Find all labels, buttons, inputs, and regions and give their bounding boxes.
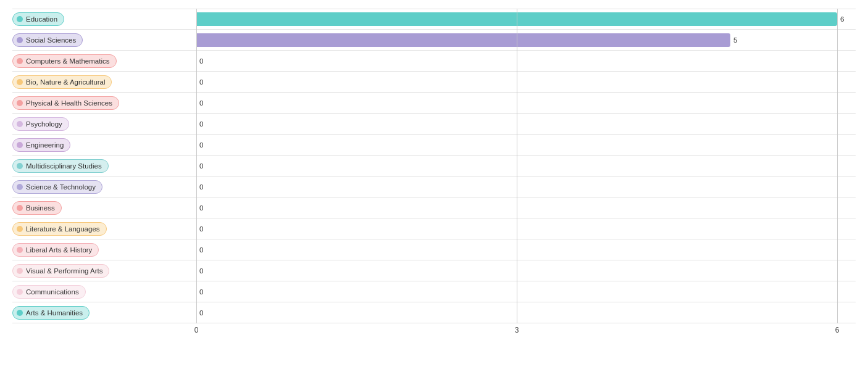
pill-dot xyxy=(17,247,23,253)
table-row: Education6 xyxy=(12,9,856,30)
pill-dot xyxy=(17,79,23,85)
bar-area: 0 xyxy=(196,156,856,176)
label-pill: Multidisciplinary Studies xyxy=(12,159,109,173)
pill-dot xyxy=(17,37,23,43)
pill-label: Business xyxy=(26,204,55,212)
table-row: Arts & Humanities0 xyxy=(12,302,856,323)
pill-label: Education xyxy=(26,15,57,23)
label-pill: Science & Technology xyxy=(12,180,102,194)
chart-area: Education6Social Sciences5Computers & Ma… xyxy=(12,9,856,345)
label-pill: Psychology xyxy=(12,117,69,131)
label-pill: Communications xyxy=(12,285,86,299)
label-pill: Engineering xyxy=(12,138,70,152)
bar-area: 0 xyxy=(196,260,856,281)
pill-label: Arts & Humanities xyxy=(26,309,83,317)
pill-label: Physical & Health Sciences xyxy=(26,99,112,107)
table-row: Science & Technology0 xyxy=(12,176,856,197)
label-pill: Bio, Nature & Agricultural xyxy=(12,75,112,89)
bar-value: 5 xyxy=(733,36,737,44)
pill-dot xyxy=(17,310,23,316)
pill-dot xyxy=(17,142,23,148)
grid-line xyxy=(196,9,197,323)
bar xyxy=(196,33,730,47)
table-row: Psychology0 xyxy=(12,114,856,135)
label-pill: Social Sciences xyxy=(12,33,83,47)
chart-container: Education6Social Sciences5Computers & Ma… xyxy=(0,0,868,390)
pill-label: Computers & Mathematics xyxy=(26,57,110,65)
bar-area: 0 xyxy=(196,239,856,260)
grid-line xyxy=(517,9,517,323)
x-axis-label: 6 xyxy=(835,326,840,334)
bar-value: 0 xyxy=(199,78,203,86)
label-pill: Business xyxy=(12,201,62,215)
pill-dot xyxy=(17,163,23,169)
bar-value: 0 xyxy=(199,204,203,212)
bar-value: 0 xyxy=(199,246,203,254)
bar-value: 0 xyxy=(199,267,203,275)
pill-label: Social Sciences xyxy=(26,36,76,44)
table-row: Visual & Performing Arts0 xyxy=(12,260,856,281)
pill-label: Communications xyxy=(26,288,79,296)
bar-value: 0 xyxy=(199,309,203,317)
bar-area: 0 xyxy=(196,218,856,239)
label-pill: Education xyxy=(12,12,64,26)
bar-value: 0 xyxy=(199,162,203,170)
bar-area: 0 xyxy=(196,93,856,113)
bar-value: 0 xyxy=(199,141,203,149)
table-row: Business0 xyxy=(12,197,856,218)
pill-dot xyxy=(17,16,23,22)
bar-value: 0 xyxy=(199,57,203,65)
label-pill: Computers & Mathematics xyxy=(12,54,117,68)
bar-area: 0 xyxy=(196,197,856,218)
table-row: Multidisciplinary Studies0 xyxy=(12,156,856,176)
bar-area: 0 xyxy=(196,281,856,302)
bar-area: 0 xyxy=(196,176,856,197)
table-row: Computers & Mathematics0 xyxy=(12,51,856,72)
pill-dot xyxy=(17,184,23,190)
x-axis-label: 3 xyxy=(515,326,519,334)
table-row: Engineering0 xyxy=(12,135,856,156)
pill-dot xyxy=(17,100,23,106)
table-row: Bio, Nature & Agricultural0 xyxy=(12,72,856,93)
bar-value: 6 xyxy=(840,15,844,23)
bar-area: 5 xyxy=(196,30,856,50)
pill-dot xyxy=(17,289,23,295)
label-pill: Arts & Humanities xyxy=(12,306,90,320)
bar-value: 0 xyxy=(199,120,203,128)
pill-label: Visual & Performing Arts xyxy=(26,267,102,275)
pill-dot xyxy=(17,205,23,211)
pill-dot xyxy=(17,268,23,274)
pill-label: Literature & Languages xyxy=(26,225,100,233)
pill-dot xyxy=(17,58,23,64)
table-row: Liberal Arts & History0 xyxy=(12,239,856,260)
bar-area: 0 xyxy=(196,135,856,155)
bar-value: 0 xyxy=(199,288,203,296)
table-row: Literature & Languages0 xyxy=(12,218,856,239)
bar-area: 0 xyxy=(196,51,856,71)
pill-label: Multidisciplinary Studies xyxy=(26,162,102,170)
bar-area: 0 xyxy=(196,72,856,92)
table-row: Social Sciences5 xyxy=(12,30,856,51)
label-pill: Visual & Performing Arts xyxy=(12,264,109,278)
bar-value: 0 xyxy=(199,99,203,107)
pill-label: Liberal Arts & History xyxy=(26,246,92,254)
bar-area: 0 xyxy=(196,114,856,134)
label-pill: Liberal Arts & History xyxy=(12,243,99,257)
bar-value: 0 xyxy=(199,225,203,233)
bar-value: 0 xyxy=(199,183,203,191)
x-axis-label: 0 xyxy=(194,326,199,334)
x-axis: 036 xyxy=(12,326,856,338)
bar-area: 6 xyxy=(196,9,856,29)
pill-dot xyxy=(17,121,23,127)
table-row: Physical & Health Sciences0 xyxy=(12,93,856,114)
bar-area: 0 xyxy=(196,302,856,323)
label-pill: Physical & Health Sciences xyxy=(12,96,119,110)
pill-label: Bio, Nature & Agricultural xyxy=(26,78,105,86)
table-row: Communications0 xyxy=(12,281,856,302)
pill-label: Psychology xyxy=(26,120,62,128)
grid-line xyxy=(837,9,838,323)
rows-area: Education6Social Sciences5Computers & Ma… xyxy=(12,9,856,323)
pill-dot xyxy=(17,226,23,232)
label-pill: Literature & Languages xyxy=(12,222,107,236)
pill-label: Engineering xyxy=(26,141,64,149)
